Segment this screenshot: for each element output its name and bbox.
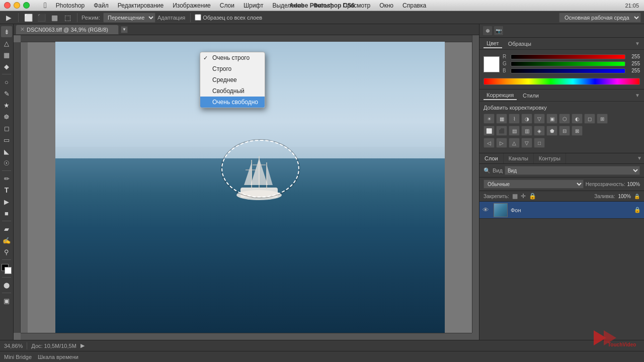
zoom-tool[interactable]: ⚲ <box>1 246 12 257</box>
corr-invert-icon[interactable]: ⬜ <box>484 126 495 136</box>
image-menu-item[interactable]: Изображение <box>169 1 215 10</box>
dropdown-item-free[interactable]: Свободный <box>200 85 265 97</box>
shape-tool[interactable]: ■ <box>1 208 12 219</box>
corr-posterize-icon[interactable]: ⬛ <box>496 126 507 136</box>
layers-menu-item[interactable]: Слои <box>216 1 238 10</box>
edit-menu-item[interactable]: Редактирование <box>114 1 168 10</box>
dropdown-item-strict[interactable]: Строго <box>200 63 265 74</box>
file-menu-item[interactable]: Файл <box>90 1 113 10</box>
canvas-tab-arrow[interactable]: ▼ <box>121 26 128 33</box>
quick-mask-btn[interactable]: ⬤ <box>1 280 12 291</box>
corr-extra5-icon[interactable]: □ <box>534 138 545 148</box>
styles-tab[interactable]: Стили <box>520 92 542 100</box>
color-panel-expand[interactable]: ▼ <box>635 41 640 46</box>
rp-icon-2[interactable]: 📷 <box>494 26 504 36</box>
gradient-tool[interactable]: ▭ <box>1 134 12 145</box>
corr-extra3-icon[interactable]: △ <box>509 138 520 148</box>
layer-visibility-icon[interactable]: 👁 <box>482 206 491 214</box>
view-select[interactable]: Вид <box>505 166 640 175</box>
corr-gradientfill-icon[interactable]: ⊟ <box>559 126 570 136</box>
color-swatch[interactable] <box>484 56 500 72</box>
timeline-label[interactable]: Шкала времени <box>38 354 78 360</box>
lock-move-icon[interactable]: ✛ <box>521 193 526 200</box>
layers-panel-expand[interactable]: ▼ <box>635 153 644 163</box>
corr-colorbalance-icon[interactable]: ⬡ <box>559 114 570 124</box>
correction-tab[interactable]: Коррекция <box>484 91 517 100</box>
color-tab[interactable]: Цвет <box>484 39 502 48</box>
layer-row[interactable]: 👁 Фон 🔒 <box>479 202 644 219</box>
3d-tool[interactable]: ▰ <box>1 223 12 234</box>
color-spectrum-bar[interactable] <box>484 78 640 85</box>
corr-channel-icon[interactable]: ⊞ <box>597 114 608 124</box>
corr-threshold-icon[interactable]: ▤ <box>509 126 520 136</box>
layers-tab[interactable]: Слои <box>479 153 504 163</box>
rp-icon-1[interactable]: ☸ <box>482 26 493 36</box>
corr-sun-icon[interactable]: ☀ <box>484 114 495 124</box>
window-menu-item[interactable]: Окно <box>375 1 397 10</box>
brush-tool[interactable]: ✎ <box>1 88 12 99</box>
channels-tab[interactable]: Каналы <box>504 153 534 163</box>
blend-mode-select[interactable]: Обычные <box>484 179 584 189</box>
blue-slider[interactable] <box>511 68 625 73</box>
text-tool[interactable]: T <box>1 185 12 196</box>
path-select-tool[interactable]: ▶ <box>1 196 12 207</box>
corr-bw-icon[interactable]: ◐ <box>572 114 583 124</box>
samples-tab[interactable]: Образцы <box>505 40 534 48</box>
lock-checkered-icon[interactable]: ▦ <box>512 193 518 200</box>
corr-extra1-icon[interactable]: ◁ <box>484 138 495 148</box>
corr-extra4-icon[interactable]: ▽ <box>521 138 532 148</box>
hand-tool[interactable]: ✍ <box>1 235 12 246</box>
pen-tool[interactable]: ✏ <box>1 173 12 184</box>
corr-curves-icon[interactable]: ⌇ <box>509 114 520 124</box>
dropdown-item-medium[interactable]: Среднее <box>200 74 265 85</box>
tab-close-icon[interactable]: ✕ <box>20 26 25 33</box>
help-menu-item[interactable]: Справка <box>398 1 430 10</box>
corr-exposure-icon[interactable]: ◑ <box>521 114 532 124</box>
tool-btn-2[interactable]: ⬛ <box>36 12 47 23</box>
dropdown-item-very-strict[interactable]: ✓ Очень строго <box>200 52 265 63</box>
tool-btn-4[interactable]: ⬚ <box>62 12 73 23</box>
paths-tab[interactable]: Контуры <box>534 153 566 163</box>
tool-btn-1[interactable]: ⬜ <box>23 12 34 23</box>
corr-pattern-icon[interactable]: ⊠ <box>572 126 583 136</box>
stamp-tool[interactable]: ★ <box>1 100 12 111</box>
corr-solidcolor-icon[interactable]: ⬟ <box>546 126 557 136</box>
minimize-button[interactable] <box>14 2 20 9</box>
eraser-tool[interactable]: ◻ <box>1 123 12 134</box>
corr-selectivecolor-icon[interactable]: ◈ <box>534 126 545 136</box>
dodge-tool[interactable]: ☉ <box>1 157 12 168</box>
eyedropper-tool[interactable]: ◆ <box>1 61 12 72</box>
photoshop-menu-item[interactable]: Photoshop <box>52 1 89 10</box>
workspace-select[interactable]: Основная рабочая среда <box>559 13 641 23</box>
corr-levels-icon[interactable]: ▦ <box>496 114 507 124</box>
corr-hsl-icon[interactable]: ▣ <box>546 114 557 124</box>
blur-tool[interactable]: ◣ <box>1 146 12 157</box>
samples-checkbox-label[interactable]: Образец со всех слоев <box>195 14 262 21</box>
canvas-tab[interactable]: ✕ DSCN0063.tiff @ 34,9% (RGB/8) <box>16 25 119 35</box>
tool-btn-3[interactable]: ▦ <box>49 12 60 23</box>
corr-extra2-icon[interactable]: ▷ <box>496 138 507 148</box>
window-controls[interactable] <box>4 2 30 9</box>
mini-bridge-label[interactable]: Mini Bridge <box>4 354 32 360</box>
dropdown-item-very-free[interactable]: Очень свободно <box>200 97 265 108</box>
selection-tool[interactable]: ⇟ <box>1 26 12 37</box>
green-slider[interactable] <box>511 61 625 66</box>
screen-mode-btn[interactable]: ▣ <box>1 295 12 306</box>
spot-heal-tool[interactable]: ○ <box>1 76 12 87</box>
corr-vibrance-icon[interactable]: ▽ <box>534 114 545 124</box>
lock-all-icon[interactable]: 🔒 <box>529 193 536 200</box>
maximize-button[interactable] <box>23 2 30 9</box>
foreground-background-color[interactable] <box>2 264 12 274</box>
play-button[interactable]: ▶ <box>80 342 85 349</box>
lasso-tool[interactable]: △ <box>1 38 12 49</box>
corr-gradient-icon[interactable]: ▥ <box>521 126 532 136</box>
horizontal-scrollbar[interactable] <box>21 333 472 340</box>
mode-select[interactable]: Перемещение <box>103 13 155 23</box>
crop-tool[interactable]: ▦ <box>1 49 12 60</box>
close-button[interactable] <box>4 2 11 9</box>
font-menu-item[interactable]: Шрифт <box>239 1 267 10</box>
history-brush-tool[interactable]: ☸ <box>1 111 12 122</box>
red-slider[interactable] <box>511 54 625 59</box>
corr-photofilter-icon[interactable]: ◻ <box>584 114 595 124</box>
move-tool-btn[interactable]: ▶ <box>3 12 14 23</box>
